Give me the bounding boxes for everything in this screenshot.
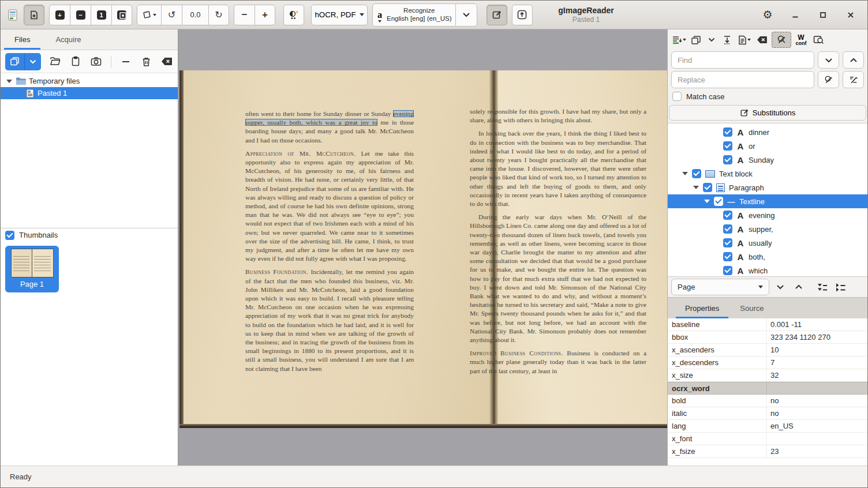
previous-item-button[interactable]	[791, 279, 806, 295]
item-checkbox[interactable]	[723, 266, 732, 275]
recognize-language-dropdown[interactable]	[455, 3, 477, 27]
page-selector-combobox[interactable]: Page	[671, 279, 769, 295]
property-row-x_font[interactable]: x_font	[668, 433, 867, 445]
rotate-mode-button[interactable]	[137, 5, 161, 25]
tree-row-pasted-1[interactable]: Pasted 1	[1, 87, 178, 99]
hocr-tree-row-or[interactable]: Aor	[668, 139, 867, 153]
property-row-ocrx_word[interactable]: ocrx_word	[668, 382, 867, 395]
hocr-tree-row-textline[interactable]: —Textline	[668, 194, 867, 208]
paste-button[interactable]	[69, 55, 82, 69]
item-checkbox[interactable]	[714, 197, 723, 206]
clear-sources-button[interactable]	[160, 55, 173, 69]
item-checkbox[interactable]	[723, 127, 732, 137]
zoom-in-button[interactable]: +	[49, 5, 70, 25]
item-checkbox[interactable]	[723, 238, 732, 247]
selected-textline-highlight[interactable]: evening supper, usually both, which was …	[245, 110, 414, 126]
property-row-baseline[interactable]: baseline0.001 -11	[668, 318, 867, 331]
toggle-output-pane-button[interactable]	[487, 5, 507, 25]
ocr-mode-dropdown[interactable]: hOCR, PDF	[311, 5, 368, 25]
hocr-tree-row-text-block[interactable]: Text block	[668, 167, 867, 181]
hocr-tree-row-which[interactable]: Awhich	[668, 264, 867, 277]
find-input[interactable]	[671, 51, 814, 69]
tab-properties[interactable]: Properties	[675, 298, 729, 318]
tab-acquire[interactable]: Acquire	[43, 29, 93, 50]
rotation-value[interactable]: 0.0	[182, 5, 208, 25]
item-checkbox[interactable]	[723, 211, 732, 220]
property-row-x_size[interactable]: x_size32	[668, 369, 867, 382]
hocr-tree-row-both-[interactable]: Aboth,	[668, 250, 867, 264]
tree-row-temporary-files[interactable]: Temporary files	[1, 75, 178, 87]
match-case-checkbox[interactable]	[672, 92, 682, 101]
import-text-button[interactable]	[720, 32, 735, 48]
insert-mode-button[interactable]	[671, 32, 686, 48]
zoom-original-button[interactable]: 1	[91, 5, 111, 25]
add-images-dropdown[interactable]	[25, 53, 41, 70]
replace-input[interactable]	[671, 71, 814, 88]
item-checkbox[interactable]	[703, 183, 712, 192]
item-checkbox[interactable]	[723, 252, 732, 261]
replace-all-button[interactable]	[843, 71, 864, 88]
image-canvas[interactable]: often went to their home for Sunday dinn…	[178, 29, 667, 466]
open-hocr-button[interactable]	[737, 32, 752, 48]
decrease-button[interactable]: −	[234, 5, 255, 25]
hocr-tree-row-usually[interactable]: Ausually	[668, 236, 867, 250]
remove-source-button[interactable]	[119, 55, 132, 69]
find-replace-toggle-button[interactable]	[772, 32, 791, 48]
tab-files[interactable]: Files	[2, 29, 43, 50]
preview-button[interactable]	[811, 32, 826, 48]
property-row-bold[interactable]: boldno	[668, 395, 867, 407]
item-checkbox[interactable]	[723, 224, 732, 234]
open-folder-button[interactable]	[49, 55, 62, 69]
screenshot-button[interactable]	[90, 55, 103, 69]
item-checkbox[interactable]	[723, 155, 732, 164]
next-item-button[interactable]	[773, 279, 788, 295]
add-images-button[interactable]	[5, 53, 25, 70]
property-row-x_fsize[interactable]: x_fsize23	[668, 445, 867, 458]
expander-icon[interactable]	[704, 200, 710, 203]
increase-button[interactable]: +	[255, 5, 275, 25]
thumbnail-page-1[interactable]: Page 1	[5, 246, 59, 292]
property-row-x_descenders[interactable]: x_descenders7	[668, 356, 867, 369]
zoom-out-button[interactable]: −	[70, 5, 91, 25]
save-output-dropdown[interactable]	[706, 32, 717, 48]
item-checkbox[interactable]	[723, 141, 732, 151]
add-page-button[interactable]	[24, 5, 44, 25]
expand-all-button[interactable]	[814, 279, 829, 295]
hocr-output-panel: W conf Match case	[667, 29, 867, 466]
hocr-tree-row-paragraph[interactable]: Paragraph	[668, 181, 867, 194]
settings-button[interactable]: ⚙	[761, 9, 774, 21]
property-row-italic[interactable]: italicno	[668, 407, 867, 420]
delete-source-button[interactable]	[140, 55, 153, 69]
property-row-bbox[interactable]: bbox323 234 1120 270	[668, 331, 867, 344]
thumbnail-caption: Page 1	[20, 280, 44, 288]
recognize-button[interactable]: a Recognize English [eng] (en_US)	[372, 3, 455, 27]
export-button[interactable]	[512, 5, 533, 25]
minimize-button[interactable]	[789, 9, 802, 21]
hocr-tree-row-evening[interactable]: Aevening	[668, 208, 867, 222]
find-previous-button[interactable]	[843, 51, 864, 69]
thumbnails-checkbox[interactable]	[5, 231, 14, 240]
property-row-lang[interactable]: langen_US	[668, 420, 867, 433]
clear-output-button[interactable]	[754, 32, 769, 48]
hocr-tree-row-supper-[interactable]: Asupper,	[668, 222, 867, 236]
expander-icon[interactable]	[6, 80, 12, 83]
rotate-right-button[interactable]: ↻	[208, 5, 229, 25]
hocr-tree-row-dinner[interactable]: Adinner	[668, 125, 867, 139]
save-output-button[interactable]	[689, 32, 704, 48]
hocr-tree-row-sunday[interactable]: ASunday	[668, 153, 867, 167]
find-next-button[interactable]	[818, 51, 839, 69]
maximize-button[interactable]	[817, 9, 829, 21]
rotate-left-button[interactable]: ↺	[161, 5, 182, 25]
property-row-x_ascenders[interactable]: x_ascenders10	[668, 344, 867, 356]
replace-button[interactable]	[818, 71, 839, 88]
zoom-fit-button[interactable]	[111, 5, 132, 25]
expander-icon[interactable]	[693, 186, 699, 189]
substitutions-button[interactable]: Substitutions	[669, 105, 866, 121]
collapse-all-button[interactable]	[833, 279, 848, 295]
item-checkbox[interactable]	[692, 169, 701, 178]
tab-source[interactable]: Source	[729, 298, 774, 318]
close-button[interactable]	[844, 9, 857, 21]
confidence-toggle-button[interactable]: W conf	[794, 32, 809, 48]
expander-icon[interactable]	[682, 172, 688, 175]
image-controls-button[interactable]	[283, 5, 304, 25]
